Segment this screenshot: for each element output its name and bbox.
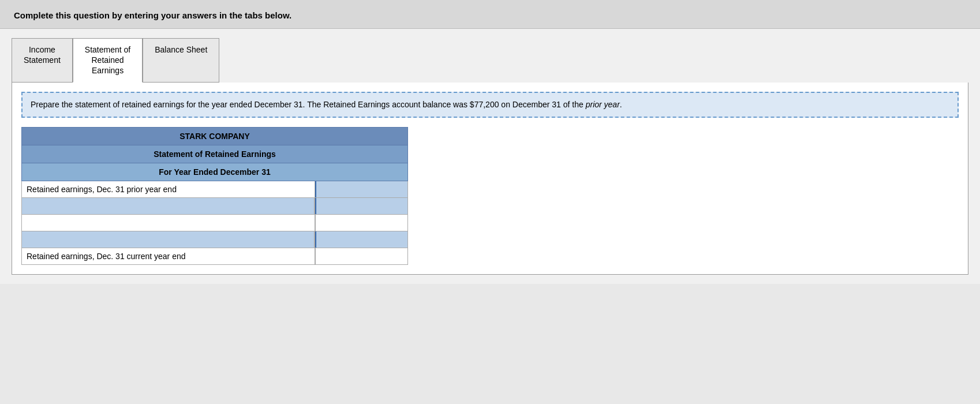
tabs-container: Income Statement Statement of Retained E… — [12, 38, 968, 83]
row-label-current: Retained earnings, Dec. 31 current year … — [22, 248, 315, 264]
input-label-2[interactable] — [22, 231, 315, 248]
tab-content-panel: Prepare the statement of retained earnin… — [12, 83, 968, 275]
input-value-1[interactable] — [315, 198, 407, 214]
instructions-text: Prepare the statement of retained earnin… — [31, 100, 622, 109]
row-input-empty[interactable] — [315, 215, 407, 231]
input-value-2[interactable] — [315, 231, 407, 248]
instructions-box: Prepare the statement of retained earnin… — [21, 92, 959, 118]
row-input-current[interactable] — [315, 248, 407, 264]
tab-income-statement[interactable]: Income Statement — [12, 38, 73, 83]
instruction-text: Complete this question by entering your … — [14, 10, 291, 20]
row-input-prior[interactable] — [315, 181, 407, 197]
table-row-editable-1 — [21, 198, 408, 215]
row-label-editable-2[interactable] — [22, 231, 315, 248]
row-label-prior: Retained earnings, Dec. 31 prior year en… — [22, 181, 315, 197]
tab-retained-earnings[interactable]: Statement of Retained Earnings — [73, 38, 143, 83]
table-period-header: For Year Ended December 31 — [21, 163, 408, 181]
input-label-1[interactable] — [22, 198, 315, 214]
row-input-editable-2[interactable] — [315, 231, 407, 248]
table-wrapper: STARK COMPANY Statement of Retained Earn… — [21, 127, 408, 265]
row-input-editable-1[interactable] — [315, 198, 407, 214]
row-label-empty — [22, 215, 315, 231]
table-row-editable-2 — [21, 231, 408, 248]
input-empty[interactable] — [315, 215, 407, 231]
row-label-editable-1[interactable] — [22, 198, 315, 214]
input-prior-year[interactable] — [315, 181, 407, 197]
input-current-year[interactable] — [315, 248, 407, 264]
tab-balance-sheet[interactable]: Balance Sheet — [143, 38, 219, 83]
table-row-current: Retained earnings, Dec. 31 current year … — [21, 248, 408, 265]
table-row-empty — [21, 215, 408, 231]
table-title-header: Statement of Retained Earnings — [21, 145, 408, 163]
table-row: Retained earnings, Dec. 31 prior year en… — [21, 181, 408, 198]
header-bar: Complete this question by entering your … — [0, 0, 980, 29]
main-content: Income Statement Statement of Retained E… — [0, 29, 980, 284]
table-company-header: STARK COMPANY — [21, 127, 408, 145]
